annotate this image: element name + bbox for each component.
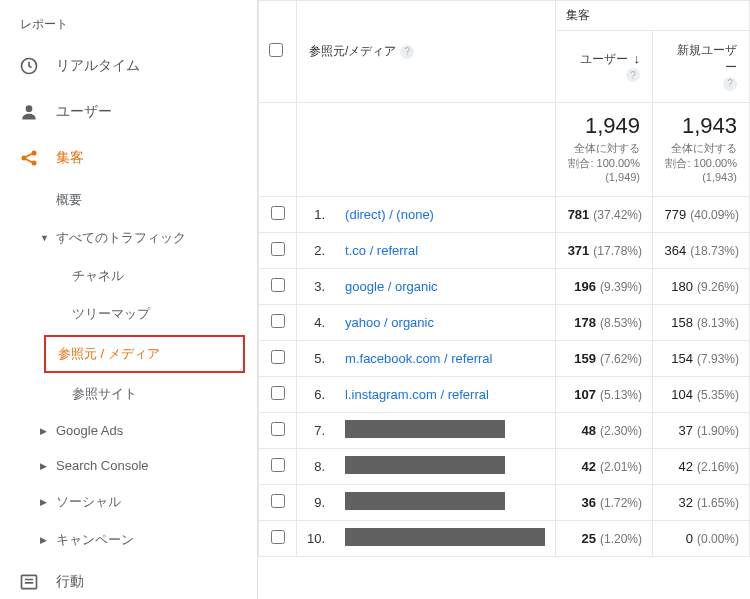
row-checkbox[interactable]	[271, 314, 285, 328]
row-index: 2.	[297, 233, 336, 269]
source-cell[interactable]: (direct) / (none)	[335, 197, 556, 233]
cell-users: 371(17.78%)	[556, 233, 653, 269]
sidebar-item-audience[interactable]: ユーザー	[0, 89, 257, 135]
table-row: 10.25(1.20%)0(0.00%)	[259, 521, 750, 557]
cell-users: 159(7.62%)	[556, 341, 653, 377]
svg-point-2	[22, 156, 27, 161]
clock-icon	[18, 55, 40, 77]
summary-users: 1,949全体に対する割合: 100.00% (1,949)	[556, 103, 653, 197]
svg-point-1	[26, 105, 33, 112]
dimension-header[interactable]: 参照元/メディア?	[297, 1, 556, 103]
row-index: 9.	[297, 485, 336, 521]
sort-desc-icon: ↓	[634, 51, 641, 66]
source-cell[interactable]: yahoo / organic	[335, 305, 556, 341]
select-all-checkbox[interactable]	[269, 43, 283, 57]
help-icon[interactable]: ?	[400, 45, 414, 59]
sidebar-sub-treemap[interactable]: ツリーマップ	[0, 295, 257, 333]
cell-users: 42(2.01%)	[556, 449, 653, 485]
help-icon[interactable]: ?	[723, 77, 737, 91]
svg-point-3	[32, 151, 37, 156]
table-row: 5.m.facebook.com / referral159(7.62%)154…	[259, 341, 750, 377]
source-cell[interactable]	[335, 521, 556, 557]
report-table-area: 参照元/メディア? 集客 ユーザー↓? 新規ユーザー? 1,949全体に対する割…	[258, 0, 750, 599]
sidebar-sub-campaigns[interactable]: ▶キャンペーン	[0, 521, 257, 559]
caret-down-icon: ▼	[40, 233, 50, 243]
source-cell[interactable]: google / organic	[335, 269, 556, 305]
source-cell[interactable]	[335, 485, 556, 521]
svg-point-4	[32, 161, 37, 166]
cell-users: 48(2.30%)	[556, 413, 653, 449]
row-index: 6.	[297, 377, 336, 413]
row-checkbox[interactable]	[271, 242, 285, 256]
row-index: 1.	[297, 197, 336, 233]
data-table: 参照元/メディア? 集客 ユーザー↓? 新規ユーザー? 1,949全体に対する割…	[258, 0, 750, 557]
sidebar-item-realtime[interactable]: リアルタイム	[0, 43, 257, 89]
table-row: 6.l.instagram.com / referral107(5.13%)10…	[259, 377, 750, 413]
cell-new-users: 158(8.13%)	[653, 305, 750, 341]
row-index: 7.	[297, 413, 336, 449]
source-cell[interactable]: m.facebook.com / referral	[335, 341, 556, 377]
sidebar-sub-google-ads[interactable]: ▶Google Ads	[0, 413, 257, 448]
row-index: 4.	[297, 305, 336, 341]
col-header-users[interactable]: ユーザー↓?	[556, 31, 653, 103]
row-index: 5.	[297, 341, 336, 377]
sidebar-item-label: ユーザー	[56, 103, 112, 121]
cell-users: 25(1.20%)	[556, 521, 653, 557]
cell-new-users: 42(2.16%)	[653, 449, 750, 485]
row-checkbox[interactable]	[271, 458, 285, 472]
source-cell[interactable]: t.co / referral	[335, 233, 556, 269]
cell-new-users: 37(1.90%)	[653, 413, 750, 449]
table-row: 3.google / organic196(9.39%)180(9.26%)	[259, 269, 750, 305]
sidebar-sub-all-traffic[interactable]: ▼すべてのトラフィック	[0, 219, 257, 257]
share-icon	[18, 147, 40, 169]
caret-right-icon: ▶	[40, 461, 50, 471]
sidebar-sub-overview[interactable]: 概要	[0, 181, 257, 219]
row-checkbox[interactable]	[271, 206, 285, 220]
table-row: 9.36(1.72%)32(1.65%)	[259, 485, 750, 521]
table-row: 2.t.co / referral371(17.78%)364(18.73%)	[259, 233, 750, 269]
row-index: 8.	[297, 449, 336, 485]
sidebar-item-label: 集客	[56, 149, 84, 167]
sidebar-item-acquisition[interactable]: 集客	[0, 135, 257, 181]
sidebar-item-behavior[interactable]: 行動	[0, 559, 257, 599]
table-row: 7.48(2.30%)37(1.90%)	[259, 413, 750, 449]
sidebar-sub-referrals[interactable]: 参照サイト	[0, 375, 257, 413]
table-row: 8.42(2.01%)42(2.16%)	[259, 449, 750, 485]
row-index: 10.	[297, 521, 336, 557]
cell-new-users: 364(18.73%)	[653, 233, 750, 269]
source-cell[interactable]: l.instagram.com / referral	[335, 377, 556, 413]
sidebar-sub-search-console[interactable]: ▶Search Console	[0, 448, 257, 483]
group-header-acquisition: 集客	[556, 1, 750, 31]
row-checkbox[interactable]	[271, 278, 285, 292]
cell-users: 178(8.53%)	[556, 305, 653, 341]
row-checkbox[interactable]	[271, 530, 285, 544]
redacted-mask	[345, 528, 545, 546]
caret-right-icon: ▶	[40, 535, 50, 545]
help-icon[interactable]: ?	[626, 68, 640, 82]
source-cell[interactable]	[335, 449, 556, 485]
row-checkbox[interactable]	[271, 494, 285, 508]
sidebar-item-label: リアルタイム	[56, 57, 140, 75]
cell-users: 107(5.13%)	[556, 377, 653, 413]
cell-new-users: 779(40.09%)	[653, 197, 750, 233]
caret-right-icon: ▶	[40, 426, 50, 436]
caret-right-icon: ▶	[40, 497, 50, 507]
redacted-mask	[345, 456, 505, 474]
row-index: 3.	[297, 269, 336, 305]
source-cell[interactable]	[335, 413, 556, 449]
sidebar-sub-channels[interactable]: チャネル	[0, 257, 257, 295]
sidebar-sub-social[interactable]: ▶ソーシャル	[0, 483, 257, 521]
cell-new-users: 104(5.35%)	[653, 377, 750, 413]
sidebar: レポート リアルタイム ユーザー 集客 概要 ▼すべてのトラフィック チャネル …	[0, 0, 258, 599]
sidebar-section-title: レポート	[0, 10, 257, 43]
table-row: 1.(direct) / (none)781(37.42%)779(40.09%…	[259, 197, 750, 233]
sidebar-sub-source-medium[interactable]: 参照元 / メディア	[44, 335, 245, 373]
row-checkbox[interactable]	[271, 386, 285, 400]
col-header-new-users[interactable]: 新規ユーザー?	[653, 31, 750, 103]
cell-users: 781(37.42%)	[556, 197, 653, 233]
row-checkbox[interactable]	[271, 422, 285, 436]
cell-new-users: 0(0.00%)	[653, 521, 750, 557]
user-icon	[18, 101, 40, 123]
row-checkbox[interactable]	[271, 350, 285, 364]
table-row: 4.yahoo / organic178(8.53%)158(8.13%)	[259, 305, 750, 341]
